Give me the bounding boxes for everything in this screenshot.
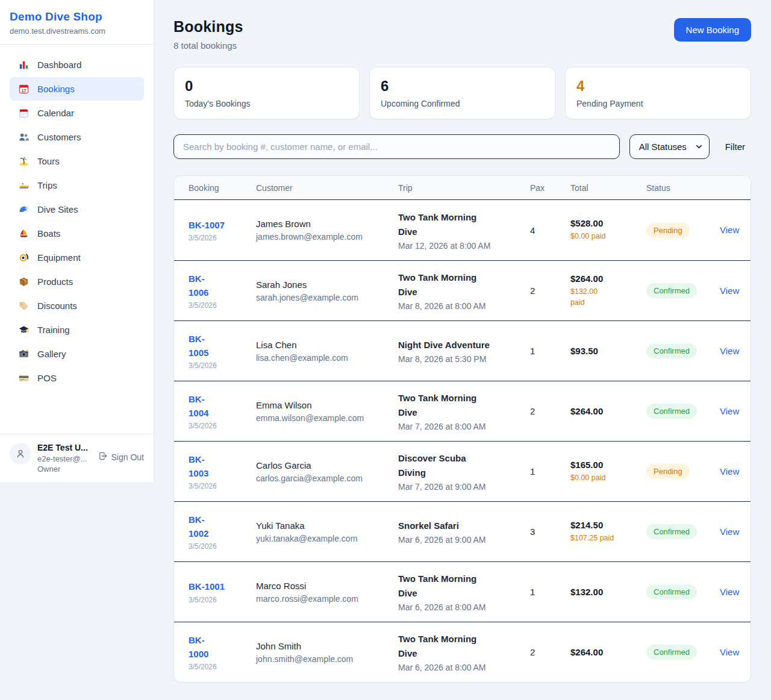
table-row: BK- 10063/5/2026Sarah Jonessarah.jones@e… (174, 260, 751, 320)
search-input[interactable] (173, 134, 620, 159)
sidebar-item-discounts[interactable]: Discounts (10, 294, 144, 317)
booking-id-link[interactable]: BK-1007 (189, 218, 225, 232)
view-booking-link[interactable]: View (720, 225, 739, 235)
booking-id-link[interactable]: BK- 1000 (189, 633, 208, 661)
sidebar-item-dashboard[interactable]: Dashboard (10, 53, 144, 77)
cell-customer: Yuki Tanakayuki.tanaka@example.com (256, 520, 398, 543)
view-booking-link[interactable]: View (720, 286, 739, 296)
sidebar-item-gallery[interactable]: Gallery (10, 342, 144, 366)
view-booking-link[interactable]: View (720, 527, 739, 537)
total-amount: $264.00 (570, 647, 646, 657)
status-badge: Confirmed (646, 524, 697, 539)
status-filter-select[interactable]: All Statuses (629, 134, 710, 159)
cell-booking: BK- 10003/5/2026 (189, 633, 256, 672)
customer-name: Marco Rossi (256, 581, 398, 591)
cell-trip: Snorkel SafariMar 6, 2026 at 9:00 AM (398, 519, 530, 545)
sidebar-item-training[interactable]: Training (10, 318, 144, 342)
booking-date: 3/5/2026 (189, 234, 256, 242)
sidebar-item-tours[interactable]: Tours (10, 149, 144, 173)
bookings-calendar-icon: 17 (18, 83, 30, 95)
cell-booking: BK- 10033/5/2026 (189, 452, 256, 491)
user-icon (14, 448, 27, 460)
sidebar: Demo Dive Shop demo.test.divestreams.com… (0, 0, 154, 482)
cell-actions: View (720, 587, 741, 598)
view-booking-link[interactable]: View (720, 587, 739, 597)
cell-trip: Discover Scuba DivingMar 7, 2026 at 9:00… (398, 451, 530, 492)
sidebar-item-boats[interactable]: Boats (10, 222, 144, 245)
sidebar-item-calendar[interactable]: Calendar (10, 101, 144, 125)
booking-id-link[interactable]: BK- 1006 (189, 272, 208, 300)
sidebar-item-bookings[interactable]: 17Bookings (10, 77, 144, 101)
cell-status: Confirmed (646, 584, 720, 599)
user-role: Owner (37, 464, 92, 473)
table-body: BK-10073/5/2026James Brownjames.brown@ex… (174, 200, 751, 682)
booking-id-link[interactable]: BK- 1004 (189, 392, 208, 420)
sidebar-item-label: Discounts (37, 301, 77, 311)
booking-id-link[interactable]: BK- 1002 (189, 513, 208, 541)
trip-datetime: Mar 6, 2026 at 9:00 AM (398, 535, 530, 545)
booking-id-link[interactable]: BK- 1005 (189, 332, 208, 360)
trip-datetime: Mar 12, 2026 at 8:00 AM (398, 241, 530, 251)
sidebar-item-label: Products (37, 277, 73, 287)
dive-mask-icon (18, 252, 30, 263)
sidebar-item-pos[interactable]: POS (10, 366, 144, 390)
cell-customer: Carlos Garciacarlos.garcia@example.com (256, 460, 398, 483)
total-amount: $528.00 (570, 218, 646, 228)
cell-actions: View (720, 406, 741, 417)
booking-id-link[interactable]: BK- 1003 (189, 452, 208, 481)
trip-datetime: Mar 7, 2026 at 8:00 AM (398, 422, 530, 431)
cell-total: $214.50$107.25 paid (570, 520, 646, 543)
customer-email: yuki.tanaka@example.com (256, 534, 398, 543)
cell-total: $165.00$0.00 paid (570, 460, 646, 483)
new-booking-button[interactable]: New Booking (674, 18, 751, 42)
view-booking-link[interactable]: View (720, 406, 739, 416)
sign-out-icon (98, 451, 108, 463)
tag-icon (18, 300, 30, 311)
total-amount: $264.00 (570, 273, 646, 284)
booking-date: 3/5/2026 (189, 482, 256, 490)
sign-out-button[interactable]: Sign Out (98, 451, 144, 463)
trip-datetime: Mar 7, 2026 at 9:00 AM (398, 482, 530, 492)
status-badge: Pending (646, 223, 690, 238)
user-name: E2E Test U... (37, 443, 92, 452)
sidebar-item-label: Calendar (37, 108, 74, 118)
total-amount: $132.00 (570, 587, 646, 597)
speedboat-icon (18, 180, 30, 191)
cell-customer: John Smithjohn.smith@example.com (256, 641, 398, 664)
cell-trip: Two Tank Morning DiveMar 6, 2026 at 8:00… (398, 632, 530, 672)
graduation-cap-icon (18, 324, 30, 336)
trip-name: Two Tank Morning Dive (398, 270, 530, 299)
shop-domain: demo.test.divestreams.com (10, 27, 144, 36)
stats-row: 0 Today's Bookings 6 Upcoming Confirmed … (173, 67, 751, 119)
sidebar-item-trips[interactable]: Trips (10, 173, 144, 197)
cell-customer: Sarah Jonessarah.jones@example.com (256, 280, 398, 302)
paid-amount: $0.00 paid (570, 231, 646, 242)
sidebar-item-equipment[interactable]: Equipment (10, 246, 144, 269)
booking-date: 3/5/2026 (189, 301, 256, 310)
view-booking-link[interactable]: View (720, 346, 739, 356)
total-amount: $264.00 (570, 406, 646, 416)
booking-date: 3/5/2026 (189, 542, 256, 551)
column-header-total: Total (570, 183, 646, 193)
cell-trip: Two Tank Morning DiveMar 7, 2026 at 8:00… (398, 391, 530, 431)
paid-amount: $132.00 paid (570, 286, 646, 308)
view-booking-link[interactable]: View (720, 466, 739, 477)
trip-name: Night Dive Adventure (398, 338, 530, 352)
cell-customer: Emma Wilsonemma.wilson@example.com (256, 400, 398, 423)
status-badge: Confirmed (646, 283, 697, 298)
sidebar-item-label: Gallery (37, 349, 66, 359)
sidebar-item-dive-sites[interactable]: Dive Sites (10, 198, 144, 221)
filter-button[interactable]: Filter (719, 137, 751, 157)
booking-date: 3/5/2026 (189, 361, 256, 370)
stat-label: Pending Payment (576, 99, 740, 108)
cell-trip: Two Tank Morning DiveMar 6, 2026 at 8:00… (398, 572, 530, 612)
booking-id-link[interactable]: BK-1001 (189, 580, 225, 593)
table-row: BK- 10023/5/2026Yuki Tanakayuki.tanaka@e… (174, 501, 751, 561)
stat-label: Upcoming Confirmed (381, 99, 544, 108)
sidebar-item-customers[interactable]: Customers (10, 125, 144, 149)
sidebar-item-label: Equipment (37, 252, 81, 263)
trip-name: Two Tank Morning Dive (398, 210, 530, 239)
trip-name: Two Tank Morning Dive (398, 632, 530, 661)
sidebar-item-products[interactable]: Products (10, 270, 144, 293)
view-booking-link[interactable]: View (720, 647, 739, 657)
